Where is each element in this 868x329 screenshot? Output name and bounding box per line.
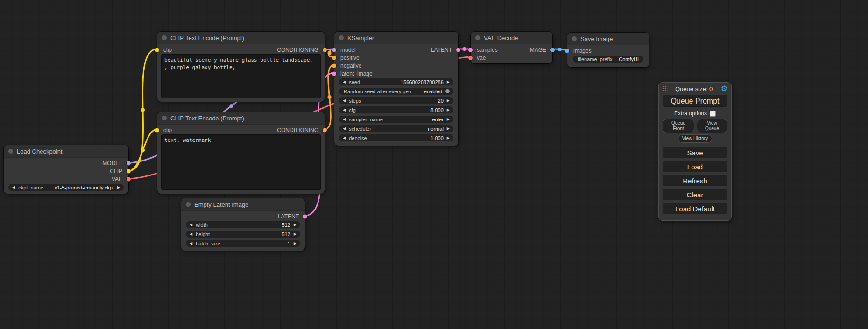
random-seed-toggle-widget[interactable]: Random seed after every gen enabled (339, 88, 453, 95)
settings-gear-icon[interactable]: ⚙ (721, 85, 727, 92)
input-port-samples[interactable] (468, 48, 473, 52)
output-port-image[interactable] (550, 48, 555, 52)
decrement-arrow-icon[interactable]: ◀ (190, 223, 192, 227)
decrement-arrow-icon[interactable]: ◀ (343, 80, 346, 84)
input-label: clip (163, 127, 172, 133)
node-ksampler[interactable]: KSampler model LATENT positive negative … (334, 32, 458, 146)
queue-front-button[interactable]: Queue Front (663, 119, 694, 133)
input-label: clip (163, 47, 172, 53)
node-clip-text-encode-positive[interactable]: CLIP Text Encode (Prompt) clip CONDITION… (157, 32, 325, 102)
input-port-negative[interactable] (332, 63, 336, 68)
batch-size-widget[interactable]: ◀ batch_size 1 ▶ (186, 240, 300, 247)
output-row-model: MODEL (4, 159, 128, 167)
load-button[interactable]: Load (663, 161, 727, 172)
output-label: LATENT (278, 213, 299, 220)
output-port-conditioning[interactable] (323, 128, 327, 132)
input-port-model[interactable] (332, 48, 336, 52)
increment-arrow-icon[interactable]: ▶ (294, 223, 296, 227)
input-port-vae[interactable] (468, 56, 473, 60)
input-port-images[interactable] (565, 49, 569, 53)
collapse-dot-icon[interactable] (572, 36, 577, 41)
queue-prompt-button[interactable]: Queue Prompt (663, 95, 727, 107)
output-port-vae[interactable] (127, 177, 131, 181)
save-button[interactable]: Save (663, 147, 727, 158)
node-title-bar[interactable]: CLIP Text Encode (Prompt) (157, 32, 325, 44)
input-label: model (340, 47, 356, 53)
decrement-arrow-icon[interactable]: ◀ (343, 127, 346, 131)
collapse-dot-icon[interactable] (162, 116, 167, 120)
increment-arrow-icon[interactable]: ▶ (117, 186, 120, 189)
ckpt-name-widget[interactable]: ◀ ckpt_name v1-5-pruned-emaonly.ckpt ▶ (8, 184, 124, 191)
decrement-arrow-icon[interactable]: ◀ (343, 108, 346, 112)
steps-widget[interactable]: ◀ steps 20 ▶ (339, 97, 453, 104)
height-widget[interactable]: ◀ height 512 ▶ (186, 231, 300, 238)
increment-arrow-icon[interactable]: ▶ (447, 118, 450, 121)
output-row-latent: LATENT (181, 212, 305, 220)
decrement-arrow-icon[interactable]: ◀ (12, 186, 15, 189)
denoise-widget[interactable]: ◀ denoise 1.000 ▶ (339, 134, 453, 141)
decrement-arrow-icon[interactable]: ◀ (343, 136, 346, 140)
view-history-button[interactable]: View History (678, 134, 712, 143)
view-queue-button[interactable]: View Queue (697, 119, 727, 133)
decrement-arrow-icon[interactable]: ◀ (343, 118, 346, 121)
wire-midpoint-dot (328, 51, 332, 55)
input-port-clip[interactable] (155, 48, 159, 52)
decrement-arrow-icon[interactable]: ◀ (190, 232, 192, 236)
sampler-name-widget[interactable]: ◀ sampler_name euler ▶ (339, 116, 453, 123)
width-widget[interactable]: ◀ width 512 ▶ (186, 221, 300, 228)
input-label: images (573, 48, 592, 54)
output-port-latent[interactable] (456, 48, 460, 52)
prompt-textarea[interactable]: text, watermark (161, 134, 321, 190)
collapse-dot-icon[interactable] (162, 35, 167, 40)
output-port-model[interactable] (127, 161, 131, 165)
widget-label: sampler_name (349, 117, 383, 122)
increment-arrow-icon[interactable]: ▶ (447, 80, 450, 84)
widget-label: filename_prefix (578, 56, 613, 62)
increment-arrow-icon[interactable]: ▶ (294, 242, 296, 245)
node-title-bar[interactable]: Save Image (567, 33, 649, 45)
output-port-conditioning[interactable] (323, 48, 327, 52)
node-vae-decode[interactable]: VAE Decode samples IMAGE vae (471, 32, 552, 63)
node-title-bar[interactable]: KSampler (334, 32, 458, 44)
collapse-dot-icon[interactable] (8, 149, 13, 154)
node-clip-text-encode-negative[interactable]: CLIP Text Encode (Prompt) clip CONDITION… (157, 112, 325, 194)
collapse-dot-icon[interactable] (339, 35, 344, 40)
output-port-latent[interactable] (303, 214, 307, 218)
decrement-arrow-icon[interactable]: ◀ (343, 99, 346, 103)
output-port-clip[interactable] (127, 169, 131, 173)
increment-arrow-icon[interactable]: ▶ (447, 108, 450, 112)
input-label: latent_image (340, 70, 373, 77)
node-load-checkpoint[interactable]: Load Checkpoint MODEL CLIP VAE ◀ ckpt_na… (4, 145, 128, 194)
node-title-bar[interactable]: VAE Decode (471, 32, 552, 44)
node-title-bar[interactable]: CLIP Text Encode (Prompt) (157, 112, 325, 125)
increment-arrow-icon[interactable]: ▶ (294, 232, 296, 236)
collapse-dot-icon[interactable] (186, 202, 191, 207)
cfg-widget[interactable]: ◀ cfg 8.000 ▶ (339, 106, 453, 113)
collapse-dot-icon[interactable] (475, 35, 480, 40)
node-graph-canvas[interactable]: Load Checkpoint MODEL CLIP VAE ◀ ckpt_na… (0, 0, 868, 329)
widget-value: euler (432, 117, 443, 122)
toggle-dot-icon[interactable] (445, 89, 450, 93)
clear-button[interactable]: Clear (663, 189, 727, 200)
extra-options-checkbox[interactable] (710, 111, 716, 117)
increment-arrow-icon[interactable]: ▶ (447, 127, 450, 131)
node-save-image[interactable]: Save Image images filename_prefix ComfyU… (567, 33, 649, 67)
input-port-latent-image[interactable] (332, 71, 336, 76)
filename-prefix-widget[interactable]: filename_prefix ComfyUI (573, 56, 643, 63)
refresh-button[interactable]: Refresh (663, 175, 727, 186)
scheduler-widget[interactable]: ◀ scheduler normal ▶ (339, 125, 453, 132)
seed-widget[interactable]: ◀ seed 156680208700286 ▶ (339, 78, 453, 85)
input-port-clip[interactable] (155, 128, 159, 132)
load-default-button[interactable]: Load Default (663, 203, 727, 214)
widget-value: enabled (424, 89, 442, 94)
drag-handle-icon[interactable]: ⠿ (663, 85, 667, 92)
node-title-bar[interactable]: Load Checkpoint (4, 145, 128, 158)
increment-arrow-icon[interactable]: ▶ (447, 136, 450, 140)
prompt-textarea[interactable]: beautiful scenery nature glass bottle la… (161, 54, 321, 98)
input-port-positive[interactable] (332, 56, 336, 60)
node-empty-latent-image[interactable]: Empty Latent Image LATENT ◀ width 512 ▶ … (181, 198, 305, 251)
widget-value: 1.000 (430, 135, 444, 141)
node-title-bar[interactable]: Empty Latent Image (181, 198, 305, 211)
decrement-arrow-icon[interactable]: ◀ (190, 242, 192, 245)
increment-arrow-icon[interactable]: ▶ (447, 99, 450, 103)
